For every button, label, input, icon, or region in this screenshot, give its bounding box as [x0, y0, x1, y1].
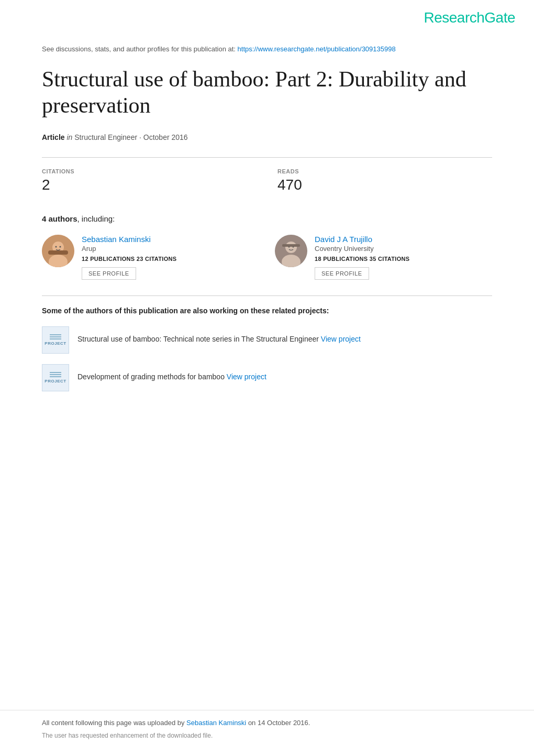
- author-avatar-0: [42, 235, 74, 267]
- article-separator: ·: [139, 133, 143, 141]
- project-icon-0: Project: [42, 326, 69, 354]
- author-avatar-image-1: [275, 235, 307, 267]
- authors-suffix: , including:: [77, 214, 115, 223]
- article-type-label: Article: [42, 133, 65, 141]
- author-pub-count-1: 18: [315, 256, 321, 262]
- author-cite-label-1: CITATIONS: [378, 256, 409, 262]
- reads-block: READS 470: [267, 168, 492, 193]
- project-icon-lines-0: [50, 334, 61, 339]
- author-name-0[interactable]: Sebastian Kaminski: [82, 235, 176, 244]
- author-card-1: David J A Trujillo Coventry University 1…: [275, 235, 492, 280]
- article-date: October 2016: [143, 133, 188, 141]
- publication-url-link[interactable]: https://www.researchgate.net/publication…: [238, 45, 396, 53]
- reads-value: 470: [277, 177, 492, 193]
- svg-rect-5: [48, 250, 68, 255]
- author-affiliation-1: Coventry University: [315, 245, 409, 253]
- project-text-1: Development of grading methods for bambo…: [77, 364, 266, 382]
- article-journal: Structural Engineer: [74, 133, 137, 141]
- footer-uploader-link[interactable]: Sebastian Kaminski: [186, 719, 246, 727]
- project-item-1: Project Development of grading methods f…: [42, 364, 492, 391]
- author-info-1: David J A Trujillo Coventry University 1…: [315, 235, 409, 280]
- article-title: Structural use of bamboo: Part 2: Durabi…: [42, 66, 492, 119]
- see-discussions-bar: See discussions, stats, and author profi…: [42, 44, 492, 54]
- author-cite-count-0: 23: [137, 256, 143, 262]
- project-view-link-1[interactable]: View project: [227, 372, 266, 381]
- author-name-1[interactable]: David J A Trujillo: [315, 235, 409, 244]
- svg-point-7: [285, 242, 297, 253]
- projects-divider: [42, 295, 492, 296]
- project-icon-line-5: [50, 374, 61, 375]
- researchgate-logo: ResearchGate: [424, 9, 515, 26]
- article-in-label: in: [66, 133, 74, 141]
- reads-label: READS: [277, 168, 492, 174]
- project-description-0: Structural use of bamboo: Technical note…: [77, 335, 319, 343]
- see-profile-button-1[interactable]: SEE PROFILE: [315, 267, 369, 280]
- author-avatar-image-0: [42, 235, 74, 267]
- svg-rect-11: [282, 244, 300, 247]
- project-icon-line-6: [50, 376, 61, 377]
- see-discussions-text: See discussions, stats, and author profi…: [42, 45, 236, 53]
- author-info-0: Sebastian Kaminski Arup 12 PUBLICATIONS …: [82, 235, 176, 280]
- citations-label: CITATIONS: [42, 168, 257, 174]
- stats-divider: [42, 157, 492, 158]
- authors-grid: Sebastian Kaminski Arup 12 PUBLICATIONS …: [42, 235, 492, 280]
- author-stats-0: 12 PUBLICATIONS 23 CITATIONS: [82, 256, 176, 262]
- author-pub-count-0: 12: [82, 256, 88, 262]
- authors-heading: 4 authors, including:: [42, 214, 492, 223]
- project-icon-inner-1: Project: [44, 372, 66, 384]
- project-icon-lines-1: [50, 372, 61, 377]
- author-stats-1: 18 PUBLICATIONS 35 CITATIONS: [315, 256, 409, 262]
- footer: All content following this page was uplo…: [0, 710, 534, 741]
- article-meta: Article in Structural Engineer · October…: [42, 133, 492, 141]
- project-icon-1: Project: [42, 364, 69, 391]
- project-item-0: Project Structural use of bamboo: Techni…: [42, 326, 492, 354]
- svg-point-4: [60, 246, 61, 248]
- footer-uploaded-suffix: on 14 October 2016.: [248, 719, 310, 727]
- footer-uploaded-text: All content following this page was uplo…: [42, 719, 184, 727]
- author-avatar-1: [275, 235, 307, 267]
- project-icon-line-3: [50, 338, 61, 339]
- svg-point-3: [55, 246, 57, 248]
- project-icon-inner-0: Project: [44, 334, 66, 346]
- citations-value: 2: [42, 177, 257, 193]
- author-pub-label-1: PUBLICATIONS: [323, 256, 370, 262]
- project-view-link-0[interactable]: View project: [321, 335, 361, 343]
- project-label-0: Project: [44, 341, 66, 346]
- author-card-0: Sebastian Kaminski Arup 12 PUBLICATIONS …: [42, 235, 259, 280]
- author-affiliation-0: Arup: [82, 245, 176, 253]
- project-label-1: Project: [44, 379, 66, 384]
- authors-count: 4: [42, 214, 46, 223]
- project-icon-line-2: [50, 336, 61, 337]
- citations-block: CITATIONS 2: [42, 168, 267, 193]
- authors-text-label: authors: [49, 214, 77, 223]
- main-content: See discussions, stats, and author profi…: [0, 31, 534, 423]
- project-icon-line-4: [50, 372, 61, 373]
- author-cite-label-0: CITATIONS: [145, 256, 176, 262]
- project-icon-line-1: [50, 334, 61, 335]
- header: ResearchGate: [0, 0, 534, 31]
- related-projects-heading: Some of the authors of this publication …: [42, 306, 492, 315]
- footer-note: The user has requested enhancement of th…: [42, 731, 492, 740]
- author-pub-label-0: PUBLICATIONS: [90, 256, 137, 262]
- project-text-0: Structural use of bamboo: Technical note…: [77, 326, 361, 345]
- footer-uploaded-line: All content following this page was uplo…: [42, 718, 492, 728]
- project-description-1: Development of grading methods for bambo…: [77, 372, 225, 381]
- stats-row: CITATIONS 2 READS 470: [42, 168, 492, 199]
- author-cite-count-1: 35: [370, 256, 376, 262]
- see-profile-button-0[interactable]: SEE PROFILE: [82, 267, 136, 280]
